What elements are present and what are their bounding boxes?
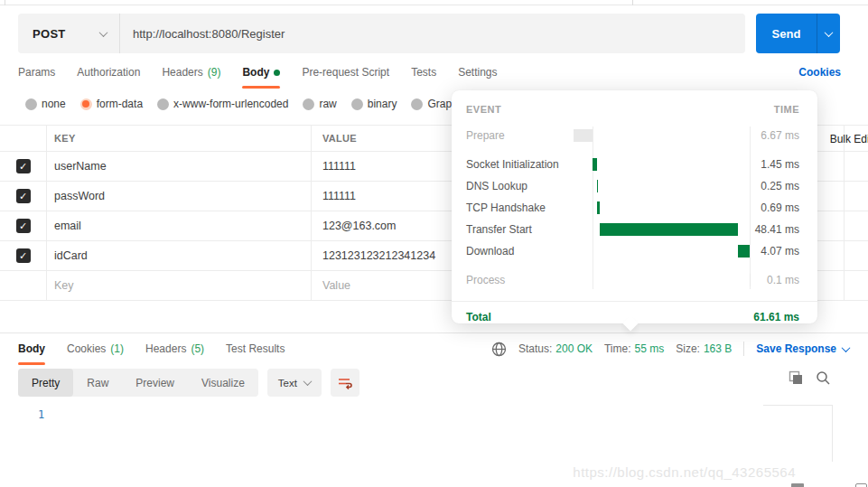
tab-tests[interactable]: Tests: [411, 58, 436, 87]
tab-authorization[interactable]: Authorization: [77, 58, 140, 87]
format-select[interactable]: Text: [267, 369, 322, 397]
size-badge[interactable]: Size: 163 B: [676, 342, 732, 355]
save-response-button[interactable]: Save Response: [756, 342, 849, 355]
network-globe-icon[interactable]: [491, 342, 507, 357]
method-select[interactable]: POST: [18, 14, 119, 53]
method-label: POST: [33, 27, 66, 41]
search-icon[interactable]: [816, 370, 830, 385]
timing-bar: [574, 129, 593, 142]
tab-response-headers[interactable]: Headers(5): [145, 334, 204, 363]
chevron-down-icon: [842, 343, 851, 352]
total-time: 61.61 ms: [753, 311, 799, 323]
top-divider: [0, 0, 868, 5]
key-cell[interactable]: passWord: [47, 182, 312, 211]
divider: [743, 342, 744, 356]
timing-bar: [738, 245, 750, 258]
chevron-down-icon: [99, 28, 108, 37]
console-icon[interactable]: [791, 483, 804, 487]
timing-bar: [750, 274, 751, 286]
postman-window: POST Send Params Authorization Headers(9…: [0, 0, 868, 487]
total-label: Total: [466, 311, 491, 323]
csdn-watermark: https://blog.csdn.net/qq_43265564: [573, 464, 796, 480]
key-column-header: KEY: [54, 133, 76, 144]
timing-row-prepare: Prepare 6.67 ms: [452, 125, 817, 146]
radio-selected-icon: [80, 98, 92, 110]
request-url-bar: POST Send: [18, 14, 840, 53]
mode-raw[interactable]: raw: [303, 98, 336, 110]
cookies-link[interactable]: Cookies: [798, 58, 841, 87]
view-preview[interactable]: Preview: [122, 369, 188, 397]
row-checkbox[interactable]: ✓: [16, 159, 31, 173]
time-badge[interactable]: Time: 55 ms: [604, 342, 664, 355]
format-label: Text: [278, 378, 297, 389]
row-checkbox[interactable]: ✓: [16, 189, 31, 203]
radio-icon: [351, 98, 363, 110]
timing-row-transfer-start: Transfer Start 48.41 ms: [452, 219, 817, 240]
response-meta-bar: Status: 200 OK Time: 55 ms Size: 163 B S…: [491, 333, 849, 364]
radio-icon: [411, 98, 423, 110]
response-view-toolbar: Pretty Raw Preview Visualize Text: [18, 369, 359, 397]
tab-settings[interactable]: Settings: [458, 58, 497, 87]
time-column-header: TIME: [774, 104, 799, 125]
key-placeholder[interactable]: Key: [47, 271, 312, 300]
radio-icon: [303, 98, 314, 110]
editor-line-number: 1: [38, 408, 44, 421]
timing-total-row: Total 61.61 ms: [452, 301, 817, 332]
tab-headers[interactable]: Headers(9): [162, 58, 220, 87]
send-options-button[interactable]: [817, 14, 840, 53]
radio-icon: [25, 98, 37, 110]
wrap-lines-button[interactable]: [331, 369, 359, 397]
timing-bar: [593, 158, 597, 171]
view-mode-segment: Pretty Raw Preview Visualize: [18, 369, 258, 397]
send-button[interactable]: Send: [756, 14, 840, 53]
row-checkbox[interactable]: ✓: [16, 248, 31, 263]
mode-form-data[interactable]: form-data: [80, 98, 143, 110]
tab-response-body[interactable]: Body: [18, 334, 45, 363]
response-timing-popup: EVENT TIME Prepare 6.67 ms Socket Initia…: [452, 90, 817, 323]
mode-none[interactable]: none: [25, 98, 66, 110]
timing-bar: [597, 180, 598, 192]
tab-response-cookies[interactable]: Cookies(1): [67, 334, 124, 363]
key-cell[interactable]: idCard: [47, 241, 312, 270]
event-column-header: EVENT: [466, 104, 501, 125]
key-cell[interactable]: email: [47, 211, 312, 240]
send-label[interactable]: Send: [756, 14, 817, 53]
url-input[interactable]: [119, 14, 745, 53]
response-action-icons: [789, 370, 830, 385]
radio-icon: [157, 98, 169, 110]
timing-bar: [597, 201, 599, 214]
tab-body[interactable]: Body: [242, 58, 280, 87]
timing-row-socket-initialization: Socket Initialization 1.45 ms: [452, 154, 817, 175]
body-mode-row: none form-data x-www-form-urlencoded raw…: [25, 90, 472, 117]
response-headers-count: (5): [191, 342, 204, 355]
row-checkbox[interactable]: ✓: [16, 219, 31, 233]
request-tabs: Params Authorization Headers(9) Body Pre…: [0, 58, 868, 87]
editor-scrollbar-track[interactable]: [763, 405, 833, 462]
body-modified-dot-icon: [274, 70, 280, 76]
view-visualize[interactable]: Visualize: [188, 369, 258, 397]
mode-x-www-form-urlencoded[interactable]: x-www-form-urlencoded: [157, 98, 288, 110]
help-icon[interactable]: [855, 483, 867, 487]
tab-params[interactable]: Params: [18, 58, 55, 87]
headers-count: (9): [208, 66, 221, 79]
tab-pre-request-script[interactable]: Pre-request Script: [302, 58, 389, 87]
timing-row-download: Download 4.07 ms: [452, 240, 817, 262]
chevron-down-icon: [303, 377, 313, 386]
copy-icon[interactable]: [789, 370, 803, 385]
view-pretty[interactable]: Pretty: [18, 369, 73, 397]
key-cell[interactable]: userName: [47, 152, 312, 181]
timing-row-tcp-handshake: TCP Handshake 0.69 ms: [452, 197, 817, 219]
view-raw[interactable]: Raw: [73, 369, 122, 397]
timing-bar: [600, 223, 738, 236]
wrap-lines-icon: [338, 377, 352, 389]
timing-popup-header: EVENT TIME: [452, 90, 817, 125]
status-badge: Status: 200 OK: [518, 342, 593, 355]
chevron-down-icon: [825, 28, 834, 37]
cookies-count: (1): [110, 342, 124, 355]
value-column-header: VALUE: [322, 133, 357, 144]
tab-test-results[interactable]: Test Results: [226, 334, 285, 363]
timing-row-process: Process 0.1 ms: [452, 269, 817, 291]
timing-row-dns-lookup: DNS Lookup 0.25 ms: [452, 175, 817, 197]
mode-binary[interactable]: binary: [351, 98, 397, 110]
bulk-edit-button[interactable]: Bulk Edit: [830, 126, 868, 153]
